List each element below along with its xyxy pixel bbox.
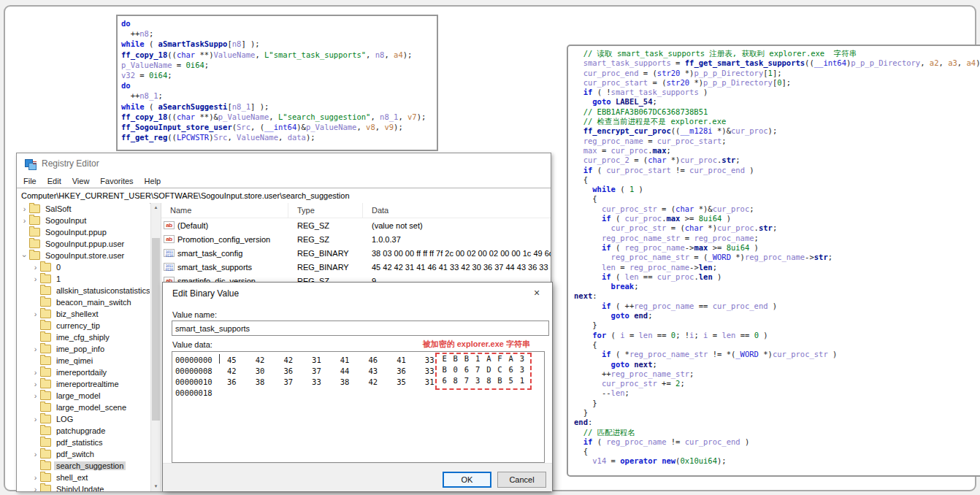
tree-item-shiplyupdate[interactable]: ›ShiplyUpdate: [17, 483, 150, 491]
tree-item-imereportrealtime[interactable]: ›imereportrealtime: [17, 378, 150, 390]
chevron-down-icon[interactable]: ›: [20, 251, 28, 261]
code-line: reg_proc_name = cur_proc_start;: [574, 137, 980, 146]
tree-item-large-model[interactable]: ›large_model: [17, 390, 150, 402]
tree-item-search-suggestion[interactable]: search_suggestion: [17, 460, 150, 472]
chevron-right-icon[interactable]: ›: [31, 380, 40, 388]
tree-item-ime-qimei[interactable]: ime_qimei: [17, 355, 150, 367]
hex-byte: 45: [218, 356, 246, 364]
code-line: break;: [574, 282, 980, 291]
folder-icon: [40, 310, 51, 318]
code-line: }: [574, 321, 980, 330]
chevron-right-icon[interactable]: ›: [31, 474, 40, 482]
tree-item-pdf-switch[interactable]: ›pdf_switch: [17, 448, 150, 460]
hex-byte: 33: [302, 377, 331, 386]
text-caret: [219, 354, 220, 364]
registry-value-row[interactable]: ab(Default)REG_SZ(value not set): [161, 218, 551, 232]
tree-item-label: pdf_statistics: [54, 438, 105, 447]
tree-item-ime-pop-info[interactable]: ›ime_pop_info: [17, 343, 150, 355]
tree-item-label: shell_ext: [54, 473, 90, 482]
cancel-button[interactable]: Cancel: [497, 472, 546, 488]
list-header: NameTypeData: [161, 203, 551, 218]
menu-item-favorites[interactable]: Favorites: [100, 177, 133, 185]
chevron-right-icon[interactable]: ›: [20, 217, 29, 225]
tree-item-label: 1: [54, 275, 63, 283]
tree-item-sogouinput-store-user[interactable]: ›SogouInput.store.user: [17, 250, 150, 261]
menu-item-file[interactable]: File: [23, 177, 37, 185]
scroll-down-icon[interactable]: ▼: [151, 482, 161, 491]
chevron-right-icon[interactable]: ›: [31, 450, 40, 458]
chevron-right-icon[interactable]: ›: [31, 369, 40, 377]
tree-item-biz-shellext[interactable]: ›biz_shellext: [17, 308, 150, 320]
tree-item-ime-cfg-shiply[interactable]: ime_cfg_shiply: [17, 331, 150, 343]
column-header-type[interactable]: Type: [288, 203, 363, 218]
edit-binary-value-dialog: Edit Binary Value × Value name: Value da…: [162, 282, 553, 491]
code-line: ++n8;: [121, 28, 433, 39]
tree-item-large-model-scene[interactable]: large_model_scene: [17, 402, 150, 413]
folder-icon: [40, 426, 51, 435]
tree-item-currency-tip[interactable]: currency_tip: [17, 320, 150, 331]
tree-item-1[interactable]: ›1: [17, 273, 150, 285]
scroll-up-icon[interactable]: ▲: [151, 203, 161, 212]
encrypted-string-annotation: 被加密的 explorer.exe 字符串: [423, 339, 530, 350]
tree-item-sogouinput-ppup-user[interactable]: SogouInput.ppup.user: [17, 238, 150, 250]
tree-item-pdf-statistics[interactable]: pdf_statistics: [17, 437, 150, 448]
ok-button[interactable]: OK: [443, 472, 491, 488]
chevron-right-icon[interactable]: ›: [31, 264, 40, 272]
tree-item-shell-ext[interactable]: ›shell_ext: [17, 472, 150, 483]
value-name: smart_task_config: [177, 249, 242, 258]
menu-item-view[interactable]: View: [72, 177, 90, 185]
tree-item-sogouinput-ppup[interactable]: SogouInput.ppup: [17, 226, 150, 238]
tree-item-label: large_model: [54, 391, 103, 400]
folder-icon: [40, 356, 51, 365]
value-name-input[interactable]: [172, 321, 549, 336]
code-line: }: [574, 408, 980, 418]
value-data: 38 03 00 00 ff ff ff 7f 2c 00 02 00 02 0…: [363, 249, 551, 258]
registry-title-bar[interactable]: Registry Editor: [17, 153, 551, 174]
code-line: {: [574, 175, 980, 185]
tree-item-imereportdaily[interactable]: ›imereportdaily: [17, 367, 150, 378]
registry-value-row[interactable]: abPromotion_config_versionREG_SZ1.0.0.37: [161, 232, 551, 246]
tree-item-log[interactable]: ›LOG: [17, 413, 150, 425]
chevron-right-icon[interactable]: ›: [20, 205, 29, 213]
chevron-right-icon[interactable]: ›: [31, 275, 40, 283]
column-header-data[interactable]: Data: [363, 203, 551, 218]
tree-item-sogouinput[interactable]: ›SogouInput: [17, 215, 150, 226]
chevron-right-icon[interactable]: ›: [31, 415, 40, 423]
code-line: goto LABEL_54;: [574, 97, 980, 107]
tree-item-salsoft[interactable]: ›SalSoft: [17, 203, 150, 215]
value-name-label: Value name:: [172, 310, 217, 319]
scrollbar-thumb[interactable]: [152, 238, 160, 421]
tree-item-patchupgrade[interactable]: patchupgrade: [17, 425, 150, 437]
folder-icon: [40, 263, 51, 272]
registry-value-row[interactable]: 10110110smart_task_configREG_BINARY38 03…: [161, 246, 551, 260]
tree-item-allskin-statusiconstatistics[interactable]: allskin_statusiconstatistics: [17, 285, 150, 296]
folder-icon: [40, 473, 51, 482]
close-icon[interactable]: ×: [530, 287, 543, 299]
code-line: if ( *reg_proc_name_str != *(_WORD *)cur…: [574, 350, 980, 359]
tree-item-beacon-main-switch[interactable]: beacon_main_switch: [17, 296, 150, 308]
chevron-right-icon[interactable]: ›: [31, 486, 40, 492]
registry-value-row[interactable]: 10110110smart_task_supportsREG_BINARY45 …: [161, 260, 551, 274]
folder-icon: [29, 216, 40, 225]
dialog-title-bar[interactable]: Edit Binary Value ×: [163, 283, 552, 304]
tree-item-0[interactable]: ›0: [17, 261, 150, 273]
chevron-right-icon[interactable]: ›: [31, 345, 40, 353]
tree-scrollbar[interactable]: ▲ ▼: [150, 203, 161, 491]
tree-item-label: currency_tip: [54, 321, 102, 330]
tree-item-label: SogouInput.store.user: [43, 251, 126, 260]
code-line: --len;: [574, 388, 980, 398]
menu-item-help[interactable]: Help: [145, 177, 161, 185]
menu-item-edit[interactable]: Edit: [47, 177, 61, 185]
code-line: while ( aSmartTaskSuppo[n8] );: [121, 39, 433, 49]
address-bar[interactable]: Computer\HKEY_CURRENT_USER\SOFTWARE\Sogo…: [17, 188, 551, 204]
hex-editor[interactable]: 000000004542423141464133EBB1AFA300000008…: [172, 351, 545, 463]
column-header-name[interactable]: Name: [161, 203, 288, 218]
tree-item-label: search_suggestion: [54, 461, 126, 470]
code-line: // EBB1AFA3B067DC6368738B51: [574, 107, 980, 117]
chevron-right-icon[interactable]: ›: [31, 392, 40, 400]
chevron-right-icon[interactable]: ›: [31, 310, 40, 318]
code-line: v14 = operator new(0x10ui64);: [574, 456, 980, 466]
hex-byte: 35: [387, 377, 416, 386]
folder-icon: [29, 251, 40, 260]
folder-icon: [40, 380, 51, 388]
